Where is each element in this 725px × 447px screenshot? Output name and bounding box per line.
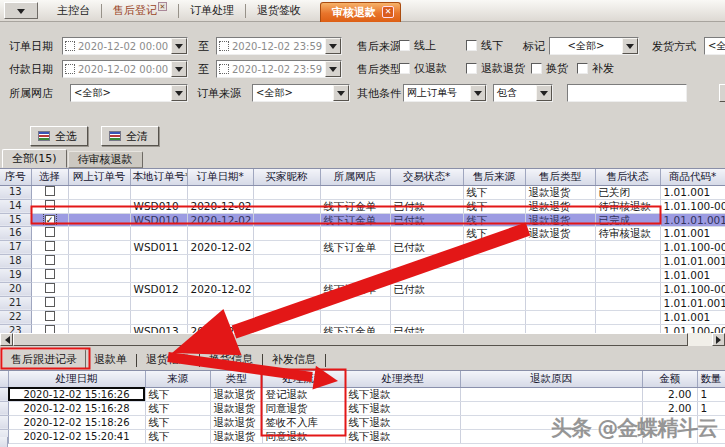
scroll-left-button[interactable] [0,333,13,346]
other-condition-input[interactable] [567,84,687,102]
dropdown-button[interactable] [171,61,187,77]
bottom-tab[interactable]: 补发信息 [264,351,324,369]
row-select-cell[interactable] [31,324,68,333]
select-all-button[interactable]: 全选 [30,126,88,146]
table-row[interactable]: 211.01.01.001 [0,296,725,310]
log-row[interactable]: 2020-12-02 15:16:28线下退款退货同意退货线下退款2.001 [0,401,725,415]
column-header[interactable]: 本地订单号* [130,169,187,185]
table-row[interactable]: 23WSD0132020-12-02 15线下订金单已付款1.01.100-00… [0,324,725,333]
column-header[interactable]: 来源 [145,371,210,387]
bottom-tab[interactable]: 换货信息 [201,351,261,369]
tab-item[interactable]: 售后登记✕ [102,0,178,22]
column-header[interactable]: 退款原因 [460,371,642,387]
tab-item[interactable]: 主控台 [46,0,101,22]
dropdown-button[interactable] [536,85,552,101]
bottom-tab[interactable]: 退货信息 [138,351,198,369]
row-select-cell[interactable] [31,226,68,240]
table-row[interactable]: 17WSD0112020-12-02 15线下订金单已付款1.01.100-00… [0,240,725,254]
column-header[interactable]: 交易状态* [390,169,463,185]
checkbox-box[interactable] [399,40,410,51]
order-date-from-combo[interactable]: 2020-12-02 00:00 [62,37,188,55]
column-header[interactable]: 金额 [642,371,697,387]
order-source-combo[interactable]: <全部> [252,84,350,102]
column-header[interactable]: 所属网店 [320,169,390,185]
table-row[interactable]: 16线下退款退货待审核退款1.01.001 [0,226,725,240]
row-checkbox[interactable] [45,255,55,265]
table-row[interactable]: 14WSD0102020-12-02 15线下订金单已付款线下退款退货待审核退款… [0,199,725,213]
dropdown-button[interactable] [470,85,486,101]
filter-checkbox[interactable]: 补发 [577,61,614,76]
table-row[interactable]: 191.01.001 [0,268,725,282]
view-tab[interactable]: 全部(15) [2,149,67,168]
table-row[interactable]: 13线下退款退货已关闭1.01.001 [0,185,725,199]
dropdown-button[interactable] [325,38,341,54]
row-select-cell[interactable] [31,296,68,310]
row-checkbox[interactable] [45,311,55,321]
row-select-cell[interactable] [31,268,68,282]
date-enable-checkbox[interactable] [65,41,75,51]
row-checkbox[interactable] [45,283,55,293]
horizontal-scrollbar[interactable] [0,333,725,346]
column-header[interactable]: 序号 [0,169,31,185]
row-select-cell[interactable] [31,213,68,226]
tab-active[interactable]: 审核退款✕ [320,2,401,22]
shop-combo[interactable]: <全部> [70,84,188,102]
filter-checkbox[interactable]: 仅退款 [399,61,447,76]
checkbox-box[interactable] [466,63,477,74]
filter-checkbox[interactable]: 退款退货 [466,61,525,76]
column-header[interactable]: 买家昵称 [253,169,320,185]
tab-list-dropdown-button[interactable] [4,2,38,19]
column-header[interactable]: 选择 [31,169,68,185]
dropdown-button[interactable] [622,38,638,54]
table-row[interactable]: 221.01.001 [0,310,725,324]
column-header[interactable]: 售后来源 [463,169,525,185]
row-checkbox[interactable] [45,200,55,210]
close-icon[interactable]: ✕ [158,2,167,11]
checkbox-box[interactable] [577,63,588,74]
row-checkbox[interactable] [45,241,55,251]
tab-item[interactable]: 退货签收 [246,0,312,22]
scroll-right-button[interactable] [712,333,725,346]
dropdown-button[interactable] [171,85,187,101]
filter-checkbox[interactable]: 线上 [399,38,436,53]
date-enable-checkbox[interactable] [219,41,229,51]
table-row[interactable]: 20WSD0122020-12-02 15线下订金单已付款1.01.100-00… [0,282,725,296]
checkbox-box[interactable] [399,63,410,74]
column-header[interactable]: 类型 [210,371,262,387]
column-header[interactable]: 处理流程 [262,371,345,387]
column-header[interactable]: 网上订单号 [68,169,130,185]
close-icon[interactable]: ✕ [382,6,394,18]
column-header[interactable]: 售后类型 [525,169,595,185]
filter-checkbox[interactable]: 线下 [466,38,503,53]
column-header[interactable]: 售后状态 [595,169,660,185]
table-row[interactable]: 15WSD0102020-12-02 15线下订金单已付款线下退款退货已完成1.… [0,213,725,226]
scrollbar-thumb[interactable] [13,333,688,346]
row-select-cell[interactable] [31,282,68,296]
checkbox-box[interactable] [466,40,477,51]
dropdown-button[interactable] [171,38,187,54]
log-row[interactable]: 2020-12-02 15:16:26线下退款退货登记退款线下退款2.001 [0,387,725,401]
other-field-combo[interactable]: 网上订单号 [403,84,487,102]
column-header[interactable]: 处理日期 [8,371,145,387]
pay-date-to-combo[interactable]: 2020-12-02 23:59 [216,60,342,78]
mark-combo[interactable]: <全部> [549,37,639,55]
pay-date-from-combo[interactable]: 2020-12-02 00:00 [62,60,188,78]
filter-checkbox[interactable]: 换货 [531,61,568,76]
tab-item[interactable]: 订单处理 [179,0,245,22]
date-enable-checkbox[interactable] [219,64,229,74]
row-select-cell[interactable] [31,310,68,324]
bottom-tab[interactable]: 售后跟进记录 [2,349,86,369]
row-select-cell[interactable] [31,185,68,199]
clear-all-button[interactable]: 全清 [101,126,159,146]
checkbox-box[interactable] [531,63,542,74]
table-row[interactable]: 181.01.01.001 [0,254,725,268]
row-checkbox[interactable] [45,297,55,307]
row-select-cell[interactable] [31,199,68,213]
view-tab[interactable]: 待审核退款 [68,151,143,168]
row-checkbox[interactable] [45,215,55,225]
row-checkbox[interactable] [45,227,55,237]
row-checkbox[interactable] [45,269,55,279]
column-header[interactable]: 商品代码* [660,169,725,185]
dropdown-button[interactable] [325,61,341,77]
row-checkbox[interactable] [45,325,55,334]
